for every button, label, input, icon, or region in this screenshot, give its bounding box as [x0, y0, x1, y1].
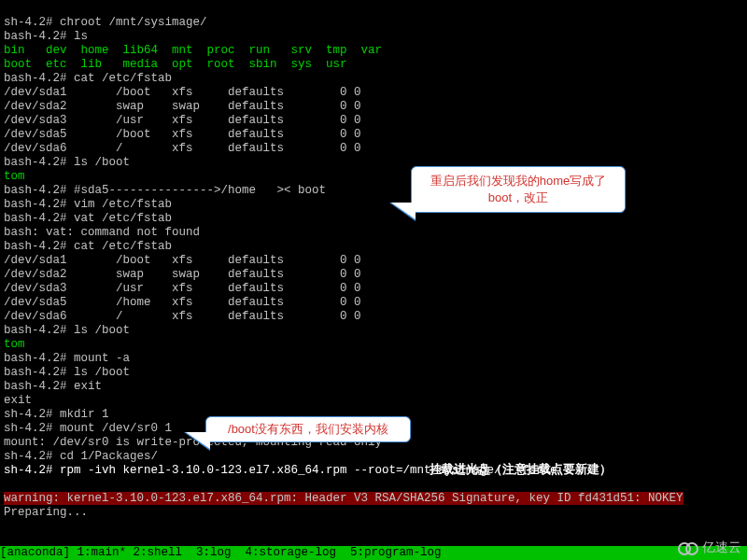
rpm-warning-line: warning: kernel-3.10.0-123.el7.x86_64.rp… — [4, 492, 684, 505]
terminal-text: bash-4.2# ls /boot — [4, 156, 130, 169]
terminal-text: bash-4.2# cat /etc/fstab — [4, 240, 172, 253]
annotation-boot-empty: /boot没有东西，我们安装内核 — [205, 416, 411, 442]
terminal-text: bash-4.2# vim /etc/fstab — [4, 198, 172, 211]
terminal-text: sh-4.2# mount /dev/sr0 1 — [4, 422, 172, 435]
terminal-text: boot etc lib media opt root sbin sys usr — [4, 58, 347, 71]
watermark: 亿速云 — [678, 539, 741, 556]
terminal-text: bash-4.2# ls /boot — [4, 324, 130, 337]
terminal-output[interactable]: sh-4.2# chroot /mnt/sysimage/ bash-4.2# … — [0, 0, 747, 560]
terminal-text: sh-4.2# cd 1/Packages/ — [4, 450, 158, 463]
terminal-text: /dev/sda6 / xfs defaults 0 0 — [4, 310, 361, 323]
terminal-text: bash-4.2# #sda5--------------->/home >< … — [4, 184, 326, 197]
terminal-text: /dev/sda5 /home xfs defaults 0 0 — [4, 296, 361, 309]
annotation-home-boot: 重启后我们发现我的home写成了boot，改正 — [411, 166, 626, 213]
terminal-text: bash-4.2# mount -a — [4, 352, 130, 365]
terminal-text: sh-4.2# mkdir 1 — [4, 408, 109, 421]
annotation-mount-cd: 挂载进光盘（注意挂载点要新建） — [430, 462, 612, 476]
terminal-text: bash-4.2# vat /etc/fstab — [4, 212, 172, 225]
cloud-icon — [678, 541, 698, 554]
terminal-text: /dev/sda2 swap swap defaults 0 0 — [4, 268, 361, 281]
terminal-text: bash-4.2# exit — [4, 380, 102, 393]
terminal-lines: sh-4.2# chroot /mnt/sysimage/ bash-4.2# … — [4, 16, 743, 478]
terminal-text: /dev/sda3 /usr xfs defaults 0 0 — [4, 282, 361, 295]
terminal-text: bash: vat: command not found — [4, 226, 200, 239]
terminal-text: /dev/sda6 / xfs defaults 0 0 — [4, 142, 361, 155]
anaconda-status-bar[interactable]: [anaconda] 1:main* 2:shell 3:log 4:stora… — [0, 546, 747, 560]
terminal-text: /dev/sda5 /boot xfs defaults 0 0 — [4, 128, 361, 141]
terminal-text: exit — [4, 394, 32, 407]
terminal-text: /dev/sda2 swap swap defaults 0 0 — [4, 100, 361, 113]
terminal-text: bash-4.2# cat /etc/fstab — [4, 72, 172, 85]
terminal-text: tom — [4, 338, 25, 351]
terminal-text: bash-4.2# ls /boot — [4, 366, 130, 379]
terminal-text: /dev/sda3 /usr xfs defaults 0 0 — [4, 114, 361, 127]
terminal-text: /dev/sda1 /boot xfs defaults 0 0 — [4, 86, 361, 99]
terminal-text: bash-4.2# ls — [4, 30, 88, 43]
watermark-text: 亿速云 — [702, 539, 741, 556]
preparing-line: Preparing... — [4, 506, 88, 519]
terminal-text: tom — [4, 170, 25, 183]
terminal-text: bin dev home lib64 mnt proc run srv tmp … — [4, 44, 382, 57]
terminal-text: sh-4.2# chroot /mnt/sysimage/ — [4, 16, 207, 29]
terminal-text: /dev/sda1 /boot xfs defaults 0 0 — [4, 254, 361, 267]
